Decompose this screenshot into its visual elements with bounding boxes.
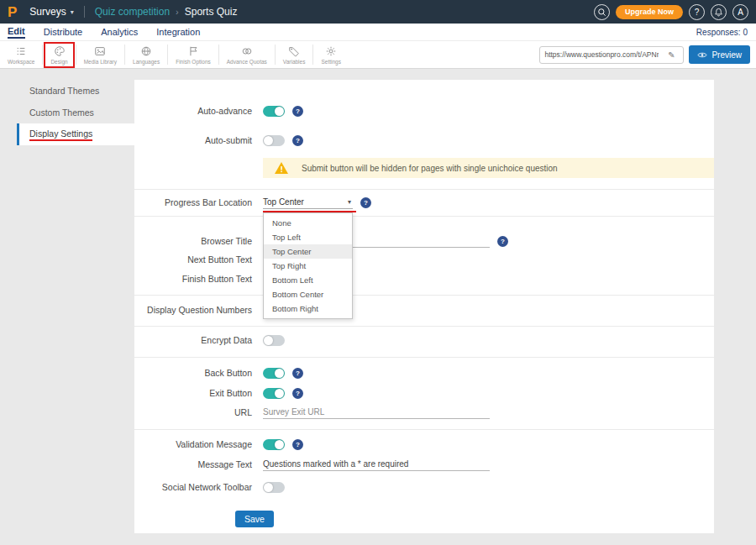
- tab-integration[interactable]: Integration: [156, 27, 200, 38]
- validation-message-help-icon[interactable]: ?: [292, 439, 303, 450]
- encrypt-data-label: Encrypt Data: [134, 335, 252, 345]
- exit-url-label: URL: [134, 407, 252, 417]
- toolbar-item-label: Workspace: [8, 59, 34, 65]
- auto-advance-help-icon[interactable]: ?: [292, 106, 303, 117]
- back-button-label: Back Button: [134, 368, 252, 378]
- exit-button-label: Exit Button: [134, 388, 252, 398]
- back-button-help-icon[interactable]: ?: [292, 368, 303, 379]
- upgrade-now-button[interactable]: Upgrade Now: [616, 5, 683, 19]
- dropdown-option-top-center[interactable]: Top Center: [264, 244, 352, 259]
- preview-button[interactable]: Preview: [689, 45, 750, 64]
- browser-title-help-icon[interactable]: ?: [497, 236, 508, 247]
- toolbar-item-label: Design: [50, 59, 67, 65]
- surveys-menu[interactable]: Surveys ▾: [29, 6, 73, 18]
- dropdown-option-none[interactable]: None: [264, 216, 352, 230]
- tab-distribute[interactable]: Distribute: [44, 27, 82, 38]
- breadcrumb-separator: ›: [176, 7, 179, 17]
- chevron-down-icon: ▾: [71, 8, 74, 16]
- survey-url-input[interactable]: [540, 50, 663, 59]
- encrypt-data-row: Encrypt Data: [134, 332, 714, 348]
- languages-icon: [140, 45, 152, 57]
- progress-bar-help-icon[interactable]: ?: [360, 197, 371, 208]
- validation-message-toggle[interactable]: [263, 439, 285, 450]
- tab-edit[interactable]: Edit: [8, 26, 25, 39]
- exit-url-row: URL: [134, 404, 714, 421]
- dropdown-option-bottom-right[interactable]: Bottom Right: [264, 301, 352, 316]
- warning-icon: [274, 161, 289, 175]
- progress-bar-dropdown-menu: None Top Left Top Center Top Right Botto…: [263, 212, 353, 319]
- display-question-numbers-row: Display Question Numbers: [134, 301, 714, 318]
- auto-advance-toggle[interactable]: [263, 106, 285, 117]
- next-button-text-row: Next Button Text: [134, 251, 714, 268]
- sidebar-item-standard-themes[interactable]: Standard Themes: [17, 80, 134, 102]
- toggle-knob: [264, 336, 273, 345]
- social-toolbar-label: Social Network Toolbar: [134, 482, 252, 492]
- auto-submit-help-icon[interactable]: ?: [292, 135, 303, 146]
- breadcrumb-survey-name[interactable]: Quiz competition: [95, 6, 170, 18]
- toolbar-item-label: Media Library: [84, 59, 117, 65]
- progress-bar-row: Progress Bar Location Top Center ▾ ?: [134, 194, 714, 211]
- auto-submit-toggle[interactable]: [263, 135, 285, 146]
- breadcrumb-current-page: Sports Quiz: [185, 6, 238, 18]
- toolbar-item-label: Settings: [321, 59, 341, 65]
- exit-button-help-icon[interactable]: ?: [292, 388, 303, 399]
- dropdown-option-bottom-left[interactable]: Bottom Left: [264, 273, 352, 287]
- help-button[interactable]: ?: [689, 4, 705, 20]
- toolbar-item-variables[interactable]: Variables: [276, 41, 313, 69]
- toolbar-item-finish-options[interactable]: Finish Options: [168, 41, 218, 69]
- search-button[interactable]: [594, 4, 610, 20]
- auto-advance-row: Auto-advance ?: [134, 102, 714, 119]
- search-icon: [597, 8, 606, 17]
- tag-icon: [288, 45, 300, 57]
- toolbar-item-advance-quotas[interactable]: Advance Quotas: [219, 41, 275, 69]
- user-avatar[interactable]: A: [732, 4, 748, 20]
- message-text-input[interactable]: [263, 458, 490, 471]
- back-button-row: Back Button ?: [134, 364, 714, 381]
- toolbar-item-label: Variables: [283, 59, 306, 65]
- section-divider: [134, 189, 714, 190]
- survey-url-box: ✎: [539, 46, 684, 64]
- topbar: P Surveys ▾ Quiz competition › Sports Qu…: [0, 0, 756, 24]
- eye-icon: [697, 51, 707, 59]
- browser-title-label: Browser Title: [134, 236, 252, 246]
- toolbar-right: ✎ Preview: [539, 45, 750, 64]
- progress-bar-select[interactable]: Top Center ▾: [263, 196, 353, 209]
- back-button-toggle[interactable]: [263, 368, 285, 379]
- social-toolbar-toggle[interactable]: [263, 482, 285, 493]
- exit-url-input[interactable]: [263, 406, 490, 419]
- palette-icon: [54, 45, 66, 57]
- browser-title-row: Browser Title ?: [134, 233, 714, 249]
- edit-url-icon[interactable]: ✎: [663, 50, 680, 60]
- finish-button-text-row: Finish Button Text: [134, 270, 714, 287]
- quotas-icon: [241, 45, 253, 57]
- dropdown-option-top-left[interactable]: Top Left: [264, 230, 352, 244]
- auto-submit-warning: Submit button will be hidden for pages w…: [263, 158, 714, 178]
- chevron-down-icon: ▾: [348, 198, 351, 206]
- tab-analytics[interactable]: Analytics: [101, 27, 138, 38]
- sidebar-item-label: Display Settings: [29, 128, 92, 141]
- progress-bar-label: Progress Bar Location: [134, 197, 252, 207]
- sidebar-item-custom-themes[interactable]: Custom Themes: [17, 102, 134, 123]
- toggle-knob: [264, 483, 273, 492]
- social-toolbar-row: Social Network Toolbar: [134, 479, 714, 495]
- save-button[interactable]: Save: [235, 511, 274, 527]
- toolbar-item-settings[interactable]: Settings: [313, 41, 349, 69]
- toggle-knob: [275, 440, 284, 449]
- notifications-button[interactable]: [711, 4, 727, 20]
- toolbar-item-media-library[interactable]: Media Library: [76, 41, 124, 69]
- toolbar-item-languages[interactable]: Languages: [125, 41, 167, 69]
- dropdown-option-top-right[interactable]: Top Right: [264, 259, 352, 273]
- toolbar-item-workspace[interactable]: Workspace: [0, 41, 42, 69]
- validation-message-row: Validation Message ?: [134, 436, 714, 453]
- display-settings-panel: Auto-advance ? Auto-submit ? Submit butt…: [134, 80, 714, 533]
- dropdown-option-bottom-center[interactable]: Bottom Center: [264, 287, 352, 301]
- sidebar-item-display-settings[interactable]: Display Settings: [17, 123, 134, 145]
- finish-button-text-label: Finish Button Text: [134, 274, 252, 284]
- flag-icon: [187, 45, 199, 57]
- toolbar-item-design[interactable]: Design: [43, 41, 75, 69]
- toolbar-item-label: Advance Quotas: [227, 59, 267, 65]
- encrypt-data-toggle[interactable]: [263, 335, 285, 346]
- message-text-row: Message Text: [134, 456, 714, 473]
- exit-button-toggle[interactable]: [263, 388, 285, 399]
- toggle-knob: [275, 107, 284, 116]
